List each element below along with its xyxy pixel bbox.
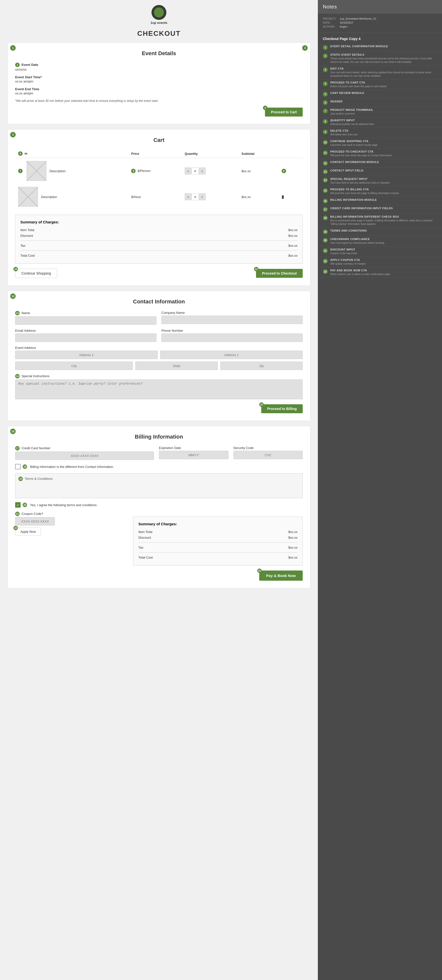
cart-section: 3 Cart 6 m Price Quantity Subtotal: [8, 129, 311, 286]
note-badge-8: 8: [323, 119, 328, 124]
note-item-3: 3 EDIT CTA User can edit event details, …: [318, 65, 442, 80]
note-title-22: APPLY COUPON CTA: [330, 258, 366, 261]
billing-summary-box: Summary of Charges: Item Total $xx.xx Di…: [133, 517, 303, 566]
company-input[interactable]: [162, 315, 303, 324]
cart-total-row: Total Cost $xx.xx: [21, 253, 298, 258]
qty-value-1: #: [192, 168, 199, 174]
qty-increment-1[interactable]: ›: [199, 168, 205, 174]
event-start-label: Event Start Time*: [15, 75, 303, 79]
note-badge-2: 2: [323, 53, 328, 58]
note-badge-13: 13: [323, 169, 328, 174]
event-end-value: xx:xx am/pm: [15, 91, 303, 95]
event-end-label: Event End Time: [15, 87, 303, 91]
exp-label: Expiration Date: [159, 446, 228, 450]
note-item-21: 21 DISCOUNT INPUT Coupon Code input fiel…: [318, 247, 442, 257]
main-content: 1up events CHECKOUT 1 4 Event Details 2 …: [0, 0, 318, 980]
security-input[interactable]: [233, 451, 303, 459]
proceed-to-cart-button[interactable]: 4 Proceed to Cart: [265, 108, 303, 116]
subtotal-badge-9: 9: [282, 169, 286, 173]
note-item-1: 1 EVENT DETAIL CONFIRMATION MODULE: [318, 43, 442, 52]
proceed-to-checkout-button[interactable]: 11 Proceed to Checkout: [256, 269, 303, 278]
note-item-16: 16 BILLING INFORMATION MODULE: [318, 197, 442, 205]
address2-input[interactable]: [160, 351, 303, 359]
state-input[interactable]: [135, 361, 218, 370]
edit-badge: 4: [302, 45, 308, 51]
note-badge-20: 20: [323, 238, 328, 243]
note-title-9: DELETE CTA: [330, 129, 358, 132]
apply-coupon-button[interactable]: 22 Apply Now: [15, 528, 41, 536]
note-item-14: 14 SPECIAL REQUEST INPUT Text input fiel…: [318, 176, 442, 186]
billing-total: Total Cost $xx.xx: [138, 555, 298, 560]
cart-discount-row: Discount $xx.xx: [21, 233, 298, 239]
agree-check-icon[interactable]: [15, 502, 21, 508]
special-label: 14 Special Instructions: [15, 374, 303, 379]
exp-input[interactable]: [159, 451, 228, 459]
special-instructions-input[interactable]: [15, 379, 303, 399]
coupon-label: 21 Coupon Code?: [15, 512, 128, 516]
delete-icon-2[interactable]: ▮: [282, 194, 284, 199]
note-item-9: 9 DELETE CTA Will delete item from cart: [318, 128, 442, 138]
note-title-15: PROCEED TO BILLING CTA: [330, 188, 399, 191]
note-item-19: 19 TERMS AND CONDITIONS: [318, 228, 442, 236]
note-item-7: 7 PRODUCT IMAGE THUMBNAIL Just another c…: [318, 107, 442, 117]
billing-different-row: 18 Billing Information is the different …: [15, 464, 303, 469]
qty-increment-2[interactable]: ›: [199, 194, 205, 200]
security-label: Security Code: [233, 446, 303, 450]
pay-and-book-button[interactable]: 23 Pay & Book Now: [259, 571, 303, 581]
note-item-17: 17 CREDIT CARD INFORMATION INPUT FIELDS: [318, 205, 442, 214]
note-item-4: 4 PROCEED TO CART CTA Button will push u…: [318, 80, 442, 90]
phone-input[interactable]: [162, 334, 303, 342]
agree-row: 20 Yes, I agree the following terms and …: [15, 502, 303, 508]
cart-item-total-row: Item Total $xx.xx: [21, 227, 298, 233]
email-input[interactable]: [15, 334, 157, 342]
city-input[interactable]: [15, 361, 133, 370]
note-title-11: PROCEED TO CHECKOUT CTA: [330, 150, 392, 153]
note-title-2: STATIC EVENT DETAILS: [330, 53, 437, 56]
note-item-10: 10 CONTINUE SHOPPING CTA Launches user b…: [318, 138, 442, 149]
note-badge-17: 17: [323, 207, 328, 212]
item-price-2: $/Hour: [128, 184, 182, 210]
note-item-18: 18 BILLING INFORMATION DIFFERENT CHECK B…: [318, 214, 442, 228]
note-title-6: HEADER: [330, 100, 342, 103]
terms-badge: 19: [18, 477, 23, 481]
address1-input[interactable]: [15, 351, 158, 359]
billing-different-checkbox[interactable]: [15, 464, 21, 469]
card-num-input[interactable]: [15, 452, 154, 460]
note-title-16: BILLING INFORMATION MODULE: [330, 198, 377, 201]
card-num-col: 17 Credit Card Number: [15, 446, 154, 460]
note-title-12: CONTACT INFORMATION MODULE: [330, 161, 379, 164]
col-qty: Quantity: [182, 150, 239, 158]
zip-input[interactable]: [220, 361, 303, 370]
cart-actions: 10 Continue Shopping 11 Proceed to Check…: [15, 269, 303, 278]
table-row: Description $/Hour ‹ # › $xx.xx ▮: [15, 184, 303, 210]
note-desc-15: Will push the user down the page to Bill…: [330, 192, 399, 195]
qty-control-1[interactable]: ‹ # ›: [185, 167, 206, 175]
address-section: Event Address: [15, 346, 303, 370]
qty-control-2[interactable]: ‹ # ›: [185, 193, 206, 200]
card-badge: 17: [15, 446, 20, 450]
billing-section: 16 Billing Information 17 Credit Card Nu…: [8, 426, 311, 589]
note-title-18: BILLING INFORMATION DIFFERENT CHECK BOX: [330, 215, 437, 218]
proceed-to-billing-button[interactable]: 15 Proceed to Billing: [261, 404, 303, 413]
note-title-13: CONTACT INPUT FIELD: [330, 169, 363, 172]
billing-tax: Tax $xx.xx: [138, 545, 298, 550]
item-subtotal-1: $xx.xx: [239, 158, 279, 184]
notes-section-label: Checkout Page Copy 4: [318, 33, 442, 43]
qty-decrement-2[interactable]: ‹: [185, 194, 192, 200]
note-badge-7: 7: [323, 108, 328, 113]
note-badge-1: 1: [323, 45, 328, 50]
agree-badge: 20: [22, 503, 27, 507]
coupon-input[interactable]: [15, 517, 55, 525]
notes-meta: PROJECT: 1up_Annotated Wireframe_V1 DATE…: [318, 14, 442, 33]
name-input[interactable]: [15, 316, 157, 325]
note-title-21: DISCOUNT INPUT: [330, 248, 357, 251]
col-subtotal: Subtotal: [239, 150, 279, 158]
coupon-badge: 21: [15, 512, 20, 516]
event-details-section: 1 4 Event Details 2 Event Date xx/xx/xx …: [8, 43, 311, 124]
qty-decrement-1[interactable]: ‹: [185, 168, 192, 174]
continue-shopping-button[interactable]: 10 Continue Shopping: [15, 269, 57, 278]
note-badge-15: 15: [323, 188, 328, 193]
note-desc-8: Individual quantity can be adjusted here: [330, 123, 374, 126]
section-badge-1: 1: [10, 45, 16, 51]
note-desc-4: Button will push user down the page to c…: [330, 85, 387, 88]
